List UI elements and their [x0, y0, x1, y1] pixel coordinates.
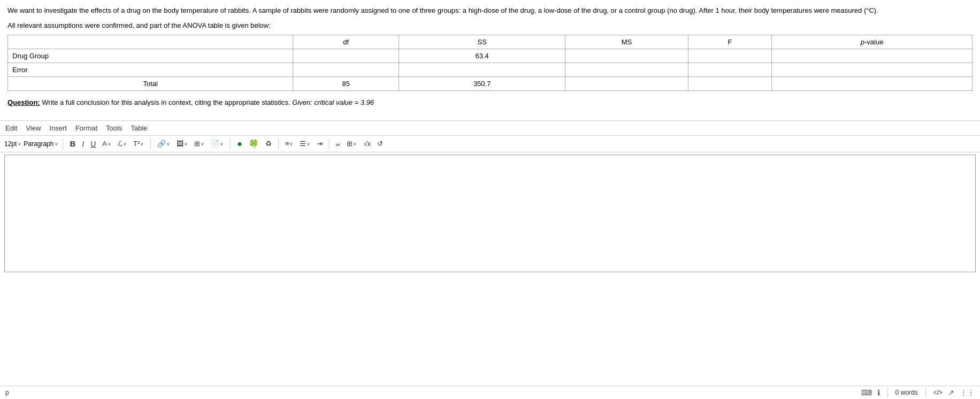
- toolbar: 12pt ∨ Paragraph ∨ B I U A ∨ ℒ ∨ T² ∨: [0, 135, 980, 152]
- highlight-chevron: ∨: [123, 141, 127, 147]
- align-left-chevron: ∨: [289, 141, 293, 147]
- col-header-f: F: [688, 35, 772, 49]
- row-ss-drug-group: 63.4: [399, 49, 565, 63]
- paragraph-chevron: ∨: [55, 141, 58, 147]
- menu-format[interactable]: Format: [75, 124, 97, 132]
- row-df-error: [293, 63, 399, 76]
- grid-table-icon: ⊞: [347, 140, 353, 148]
- row-f-total: [688, 76, 772, 90]
- question-body: Write a full conclusion for this analysi…: [40, 98, 293, 106]
- link-button[interactable]: 🔗 ∨: [155, 139, 172, 149]
- keyboard-icon[interactable]: ⌨: [861, 388, 872, 397]
- special-char-button[interactable]: ↺: [375, 139, 385, 149]
- recycle-icon: ♻: [265, 140, 272, 148]
- word-count: 0 words: [895, 389, 918, 396]
- underline-button[interactable]: U: [88, 139, 98, 149]
- menu-tools[interactable]: Tools: [106, 124, 122, 132]
- image-icon: 🖼: [177, 140, 183, 148]
- recycle-button[interactable]: ♻: [263, 139, 274, 149]
- separator-2: [150, 139, 151, 149]
- green-circle-icon: ●: [237, 139, 242, 149]
- info-icon[interactable]: ℹ: [877, 388, 880, 397]
- row-label-error: Error: [8, 63, 293, 76]
- row-f-error: [688, 63, 772, 76]
- row-pvalue-drug-group: [772, 49, 973, 63]
- list-icon: ☰: [300, 140, 306, 148]
- table-row-error: Error: [8, 63, 973, 76]
- col-header-label: [8, 35, 293, 49]
- document-button[interactable]: 📄 ∨: [209, 139, 226, 149]
- row-df-total: 85: [293, 76, 399, 90]
- col-header-ms: MS: [565, 35, 688, 49]
- paragraph-value: Paragraph: [24, 140, 53, 148]
- editor-wrapper: Edit View Insert Format Tools Table 12pt…: [0, 120, 980, 272]
- link-chevron: ∨: [166, 141, 170, 147]
- anova-table: df SS MS F p-value Drug Group 63.4 Error: [7, 35, 973, 91]
- status-bar-right: ⌨ ℹ 0 words </> ↗ ⋮⋮: [861, 388, 975, 397]
- menu-view[interactable]: View: [26, 124, 41, 132]
- row-f-drug-group: [688, 49, 772, 63]
- menu-insert[interactable]: Insert: [49, 124, 67, 132]
- col-header-df: df: [293, 35, 399, 49]
- row-label-total: Total: [8, 76, 293, 90]
- list-button[interactable]: ☰ ∨: [297, 139, 312, 149]
- clear-format-button[interactable]: 𝓃: [334, 139, 342, 149]
- row-label-drug-group: Drug Group: [8, 49, 293, 63]
- grid-table-button[interactable]: ⊞ ∨: [344, 139, 359, 149]
- separator-1: [63, 139, 63, 149]
- grid-table-chevron: ∨: [353, 141, 357, 147]
- status-separator-1: [887, 388, 888, 397]
- table-insert-chevron: ∨: [201, 141, 204, 147]
- green-leaf-button[interactable]: 🍀: [247, 138, 261, 150]
- menu-table[interactable]: Table: [131, 124, 147, 132]
- sqrt-icon: √x: [363, 140, 371, 148]
- row-ss-total: 350.7: [399, 76, 565, 90]
- clear-format-icon: 𝓃: [336, 140, 340, 148]
- separator-5: [329, 139, 330, 149]
- col-header-pvalue: p-value: [772, 35, 973, 49]
- indent-button[interactable]: ⇥: [315, 139, 325, 149]
- question-text: Question: Write a full conclusion for th…: [7, 98, 973, 106]
- paragraph-selector[interactable]: Paragraph ∨: [24, 140, 58, 148]
- separator-4: [278, 139, 279, 149]
- status-bar: p ⌨ ℹ 0 words </> ↗ ⋮⋮: [0, 386, 980, 399]
- italic-button[interactable]: I: [80, 139, 86, 149]
- bold-button[interactable]: B: [67, 138, 78, 149]
- question-label: Question:: [7, 98, 40, 106]
- font-color-label: A: [102, 140, 107, 148]
- row-ms-total: [565, 76, 688, 90]
- document-icon: 📄: [211, 140, 219, 148]
- row-pvalue-total: [772, 76, 973, 90]
- superscript-button[interactable]: T² ∨: [131, 139, 146, 149]
- table-row-drug-group: Drug Group 63.4: [8, 49, 973, 63]
- status-bar-left: p: [5, 389, 9, 396]
- font-size-value: 12pt: [4, 140, 17, 148]
- row-df-drug-group: [293, 49, 399, 63]
- editor-content-area[interactable]: [4, 155, 976, 272]
- superscript-chevron: ∨: [140, 141, 144, 147]
- highlight-color-button[interactable]: ℒ ∨: [116, 139, 129, 149]
- green-circle-button[interactable]: ●: [235, 138, 244, 150]
- intro-paragraph2: All relevant assumptions were confirmed,…: [7, 21, 973, 29]
- image-button[interactable]: 🖼 ∨: [174, 139, 190, 149]
- more-options-icon[interactable]: ⋮⋮: [960, 388, 975, 397]
- row-ms-error: [565, 63, 688, 76]
- font-color-chevron: ∨: [108, 141, 111, 147]
- col-header-ss: SS: [399, 35, 565, 49]
- question-given: Given: critical value = 3.96: [292, 98, 374, 106]
- font-size-selector[interactable]: 12pt ∨: [4, 140, 21, 148]
- code-tag[interactable]: </>: [933, 389, 943, 396]
- align-left-button[interactable]: ≡ ∨: [283, 139, 296, 149]
- sqrt-button[interactable]: √x: [361, 139, 373, 149]
- align-left-icon: ≡: [285, 140, 289, 148]
- list-chevron: ∨: [307, 141, 310, 147]
- pvalue-italic: p: [861, 38, 864, 46]
- table-insert-icon: ⊞: [194, 140, 200, 148]
- menu-bar: Edit View Insert Format Tools Table: [0, 121, 980, 135]
- document-chevron: ∨: [220, 141, 224, 147]
- font-color-button[interactable]: A ∨: [100, 139, 113, 149]
- paragraph-tag: p: [5, 389, 9, 396]
- menu-edit[interactable]: Edit: [5, 124, 17, 132]
- table-insert-button[interactable]: ⊞ ∨: [192, 139, 206, 149]
- expand-icon[interactable]: ↗: [948, 388, 954, 397]
